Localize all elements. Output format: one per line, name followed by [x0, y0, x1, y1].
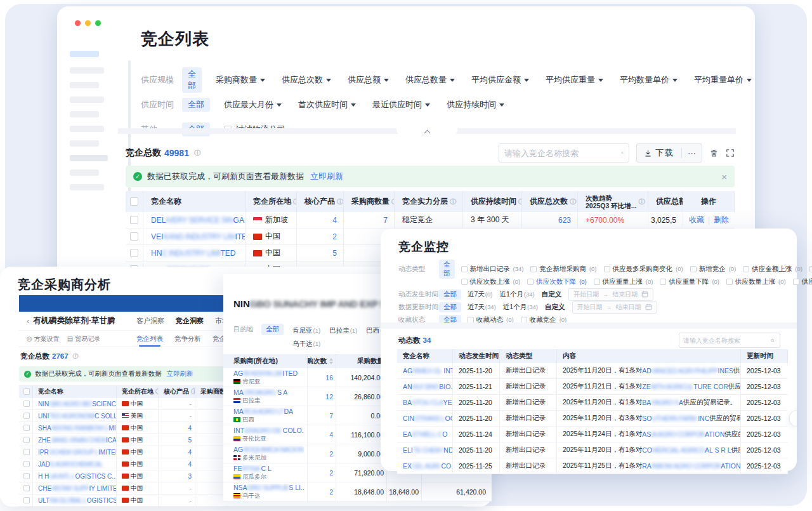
checkbox[interactable] [23, 461, 30, 467]
checkbox[interactable] [23, 485, 30, 491]
filter-chip-all[interactable]: 全部 [439, 260, 455, 279]
filter-chip-all[interactable]: 全部 [182, 67, 202, 93]
filter-dropdown[interactable]: 首次供应时间 [298, 99, 356, 110]
checkbox[interactable] [23, 437, 30, 443]
download-button[interactable]: 下载 [637, 144, 681, 162]
activity-row[interactable]: EASTWELL CO2025-11-24新增出口记录2025年11月24日，有… [397, 427, 788, 442]
company-name-link[interactable]: UNITED AGRONOMIC SOLUTI... [38, 413, 117, 420]
activity-row[interactable]: ANHUI SINOBIO...2025-11-21新增出口记录2025年11月… [397, 379, 788, 395]
activity-row[interactable]: EXCEL AGRI CO...2025-11-25新增出口记录2025年11月… [397, 458, 788, 474]
checkbox[interactable] [793, 279, 799, 285]
subtab-1[interactable]: 竞争分析 [174, 331, 201, 347]
company-name-link[interactable]: ELITE CHEM INDU... [403, 446, 453, 454]
activity-row[interactable]: BAOTOU CLAYER ...2025-11-20新增出口记录2025年11… [397, 395, 788, 411]
filter-dropdown[interactable]: 供应持续时间 [447, 99, 504, 110]
checkbox[interactable] [23, 413, 30, 419]
destination-chip-all[interactable]: 全部 [261, 324, 284, 335]
destination-option[interactable]: 乌干达(1) [292, 340, 320, 348]
app-action-1[interactable]: ▤贸易记录 [67, 335, 100, 343]
checkbox[interactable] [604, 266, 610, 272]
checkbox[interactable] [809, 266, 812, 272]
company-name-link[interactable]: CHEMSTAR SUPPIY LIMITED [38, 485, 117, 492]
more-icon[interactable]: ⋯ [682, 144, 702, 162]
company-name-link[interactable]: FERTISA C L [233, 465, 272, 472]
company-name-link[interactable]: ULTRA GLOBAL LOGISTICS ... [38, 497, 117, 504]
company-name-link[interactable]: BAOTOU CLAYER ... [403, 399, 453, 406]
close-window-icon[interactable] [75, 20, 81, 26]
filter-dropdown[interactable]: 供应最大月份 [224, 99, 282, 110]
date-range-input[interactable]: 开始日期→结束日期 [572, 301, 657, 314]
checkbox[interactable] [521, 317, 527, 323]
destination-option[interactable]: 肯尼亚(1) [292, 326, 320, 335]
minimize-window-icon[interactable] [85, 20, 91, 26]
checkbox[interactable] [23, 401, 30, 407]
company-name-link[interactable]: MARCA AGRO LTDA [233, 408, 293, 415]
sort-icon[interactable] [329, 358, 333, 364]
quick-date-option[interactable]: 近1个月(34) [503, 303, 538, 312]
close-icon[interactable]: × [721, 171, 727, 182]
filter-chip-all[interactable]: 全部 [439, 302, 461, 312]
company-name-link[interactable]: IPROCHEM GROUP LIMITED 35... [38, 449, 117, 456]
company-name-link[interactable]: AGRIMEX GL INT... [403, 367, 453, 375]
company-name-link[interactable]: DELIVERY SERVICE SINGAP... [151, 216, 246, 225]
company-name-link[interactable]: CINOTRANS LOGIS... [403, 415, 453, 422]
fullscreen-icon[interactable] [726, 149, 735, 157]
company-name-link[interactable]: NSAGRO SUPPLIES LI... [233, 484, 304, 491]
subtab-0[interactable]: 竞企列表 [136, 331, 163, 347]
buyer-row[interactable]: NSAGRO SUPPLIES LI...乌干达218,648.0018,648… [223, 482, 492, 501]
checkbox[interactable] [660, 279, 666, 285]
tab-1[interactable]: 竞企洞察 [176, 316, 204, 326]
delete-link[interactable]: 删除 [714, 215, 729, 225]
activity-row[interactable]: AGRIMEX GL INT...2025-11-20新增出口记录2025年11… [397, 363, 788, 379]
filter-dropdown[interactable]: 供应总次数 [282, 74, 331, 86]
monitor-type-option[interactable]: 供应金额下降(0) [809, 265, 812, 274]
refresh-now-link[interactable]: 立即刷新 [310, 171, 343, 182]
company-name-link[interactable]: MACROAGRO S A [233, 388, 287, 396]
checkbox[interactable] [461, 266, 468, 272]
checkbox[interactable] [130, 197, 138, 206]
company-name-link[interactable]: AGRI KENYA LIMITED [233, 369, 298, 377]
monitor-type-option[interactable]: 供应数量上涨(0) [726, 277, 786, 286]
company-name-link[interactable]: EXCEL AGRI CO... [403, 462, 453, 470]
monitor-type-option[interactable]: 供应金额上涨(0) [743, 265, 802, 274]
checkbox[interactable] [527, 279, 534, 285]
monitor-type-option[interactable]: 供应次数上涨(0) [461, 277, 521, 286]
company-name-link[interactable]: NINGBO AGRO BIOSCIENCE C... [38, 401, 117, 408]
quick-date-option[interactable]: 近1个月(34) [499, 290, 534, 299]
maximize-window-icon[interactable] [95, 20, 101, 26]
filter-chip-all[interactable]: 全部 [439, 289, 461, 300]
checkbox[interactable] [23, 497, 30, 503]
delete-icon[interactable] [709, 149, 719, 158]
company-name-link[interactable]: AGROQUIMICA NACIONAL SRL [233, 446, 304, 453]
date-range-input[interactable]: 开始日期→结束日期 [568, 288, 653, 301]
company-name-link[interactable]: EASTWELL CO [403, 430, 447, 438]
checkbox[interactable] [743, 266, 749, 272]
filter-chip-all[interactable]: 全部 [182, 98, 210, 112]
tab-0[interactable]: 客户洞察 [136, 316, 164, 326]
quick-date-option[interactable]: 近7天(0) [468, 290, 492, 299]
checkbox[interactable] [461, 279, 468, 285]
competitor-search-input[interactable] [499, 149, 621, 158]
filter-dropdown[interactable]: 最近供应时间 [372, 99, 430, 110]
table-row[interactable]: DELIVERY SERVICE SINGAP...新加坡47稳定竞企3 年 3… [126, 212, 735, 229]
filter-dropdown[interactable]: 供应总数量 [405, 74, 455, 86]
checkbox[interactable] [594, 279, 600, 285]
filter-dropdown[interactable]: 平均重量单价 [694, 74, 752, 86]
monitor-search-input[interactable] [679, 337, 771, 344]
destination-option[interactable]: 巴拉圭(1) [329, 326, 357, 335]
filter-dropdown[interactable]: 供应总额 [348, 74, 389, 86]
checkbox[interactable] [23, 473, 30, 479]
monitor-type-option[interactable]: 供应数量下降(0) [793, 277, 812, 286]
collapse-toggle[interactable] [396, 128, 457, 136]
monitor-type-option[interactable]: 供应重量下降(0) [660, 277, 719, 286]
checkbox[interactable] [23, 449, 30, 455]
company-name-link[interactable]: H HUA INTL LOGISTICS C... [38, 473, 117, 480]
company-name-link[interactable]: HNC INDUSTRY LIMITED [151, 249, 235, 258]
company-name-link[interactable]: JADE AGROCHEMICAL [38, 461, 103, 468]
back-icon[interactable]: ‹ [27, 316, 29, 326]
checkbox[interactable] [530, 266, 537, 272]
filter-dropdown[interactable]: 采购商数量 [216, 74, 265, 86]
checkbox[interactable] [130, 232, 138, 241]
quick-date-option[interactable]: 近7天(34) [468, 303, 496, 312]
activity-row[interactable]: CINOTRANS LOGIS...2025-11-20新增出口记录2025年1… [397, 411, 788, 427]
